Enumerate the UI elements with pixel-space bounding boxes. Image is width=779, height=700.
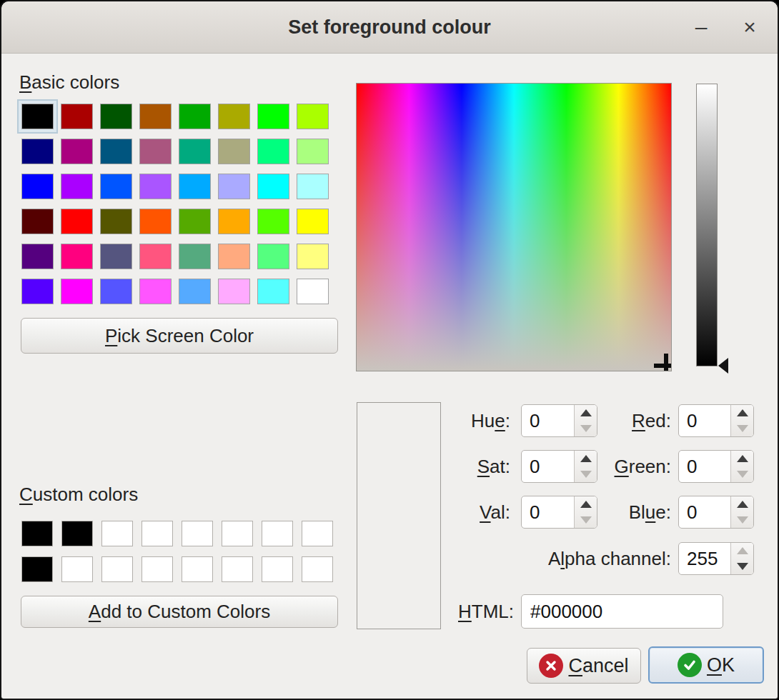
- basic-colors-grid: [21, 104, 329, 304]
- cancel-button[interactable]: Cancel: [527, 648, 641, 684]
- blue-value: 0: [679, 496, 730, 528]
- color-swatch[interactable]: [218, 174, 250, 199]
- color-swatch[interactable]: [218, 104, 250, 129]
- color-swatch[interactable]: [100, 279, 132, 304]
- add-to-custom-colors-label: Add to Custom Colors: [89, 601, 270, 623]
- color-swatch[interactable]: [101, 556, 133, 582]
- ok-button[interactable]: OK: [648, 646, 764, 684]
- color-swatch[interactable]: [257, 104, 289, 129]
- color-swatch[interactable]: [21, 556, 53, 582]
- red-spin-up-icon[interactable]: [731, 405, 753, 421]
- color-swatch[interactable]: [61, 244, 93, 269]
- color-swatch[interactable]: [139, 139, 172, 164]
- color-swatch[interactable]: [100, 244, 132, 269]
- color-swatch[interactable]: [139, 209, 172, 234]
- color-swatch[interactable]: [61, 104, 93, 129]
- color-swatch[interactable]: [21, 209, 54, 234]
- picker-crosshair-icon: [664, 354, 668, 371]
- green-value: 0: [679, 451, 730, 482]
- color-swatch[interactable]: [139, 104, 172, 129]
- color-swatch[interactable]: [297, 279, 329, 304]
- color-swatch[interactable]: [61, 521, 93, 546]
- custom-colors-label: Custom colors: [19, 484, 138, 506]
- blue-spin-up-icon[interactable]: [731, 496, 753, 512]
- color-swatch[interactable]: [179, 279, 211, 304]
- color-swatch[interactable]: [101, 521, 133, 546]
- color-swatch[interactable]: [179, 139, 211, 164]
- color-swatch[interactable]: [100, 139, 132, 164]
- color-swatch[interactable]: [297, 209, 329, 234]
- color-swatch[interactable]: [262, 521, 293, 546]
- add-to-custom-colors-button[interactable]: Add to Custom Colors: [21, 596, 338, 628]
- titlebar[interactable]: Set foreground colour – ×: [1, 1, 778, 54]
- color-swatch[interactable]: [262, 556, 293, 582]
- close-button[interactable]: ×: [738, 13, 762, 41]
- color-swatch[interactable]: [257, 209, 289, 234]
- minimize-button[interactable]: –: [689, 13, 713, 41]
- color-swatch[interactable]: [257, 139, 289, 164]
- alpha-spin-down-icon[interactable]: [731, 559, 753, 574]
- color-swatch[interactable]: [100, 209, 132, 234]
- green-spin-up-icon[interactable]: [731, 451, 753, 466]
- color-swatch[interactable]: [61, 209, 93, 234]
- color-swatch[interactable]: [297, 244, 329, 269]
- color-swatch[interactable]: [297, 139, 329, 164]
- red-spin-down-icon[interactable]: [731, 421, 753, 436]
- color-swatch[interactable]: [61, 174, 93, 199]
- color-swatch[interactable]: [21, 521, 53, 546]
- color-swatch[interactable]: [179, 209, 211, 234]
- color-swatch[interactable]: [139, 244, 172, 269]
- blue-spinbox[interactable]: 0: [678, 496, 754, 529]
- color-swatch[interactable]: [257, 174, 289, 199]
- pick-screen-color-button[interactable]: Pick Screen Color: [21, 318, 338, 354]
- value-slider[interactable]: [696, 84, 718, 366]
- green-spinbox[interactable]: 0: [678, 450, 754, 483]
- blue-label: Blue:: [487, 496, 671, 529]
- red-value: 0: [679, 405, 730, 436]
- color-swatch[interactable]: [182, 556, 213, 582]
- color-swatch[interactable]: [61, 279, 93, 304]
- color-swatch[interactable]: [302, 556, 333, 582]
- hue-saturation-picker[interactable]: [356, 83, 672, 371]
- alpha-spinbox[interactable]: 255: [678, 542, 754, 575]
- color-swatch[interactable]: [21, 244, 54, 269]
- window-title: Set foreground colour: [1, 1, 778, 53]
- check-circle-icon: [678, 653, 702, 677]
- alpha-spin-up-icon[interactable]: [731, 543, 753, 559]
- color-swatch[interactable]: [21, 104, 54, 129]
- color-swatch[interactable]: [179, 174, 211, 199]
- color-swatch[interactable]: [179, 104, 211, 129]
- color-swatch[interactable]: [222, 521, 253, 546]
- color-swatch[interactable]: [21, 174, 54, 199]
- color-swatch[interactable]: [139, 279, 172, 304]
- color-swatch[interactable]: [297, 174, 329, 199]
- red-spinbox[interactable]: 0: [678, 404, 754, 437]
- color-swatch[interactable]: [142, 556, 173, 582]
- color-swatch[interactable]: [21, 279, 54, 304]
- color-swatch[interactable]: [139, 174, 172, 199]
- color-swatch[interactable]: [142, 521, 173, 546]
- color-swatch[interactable]: [218, 209, 250, 234]
- color-swatch[interactable]: [61, 139, 93, 164]
- color-swatch[interactable]: [218, 139, 250, 164]
- color-swatch[interactable]: [257, 244, 289, 269]
- green-spin-down-icon[interactable]: [731, 466, 753, 482]
- color-swatch[interactable]: [182, 521, 213, 546]
- color-swatch[interactable]: [297, 104, 329, 129]
- alpha-value: 255: [679, 543, 730, 574]
- blue-spin-down-icon[interactable]: [731, 512, 753, 528]
- color-swatch[interactable]: [179, 244, 211, 269]
- color-swatch[interactable]: [302, 521, 333, 546]
- color-swatch[interactable]: [21, 139, 54, 164]
- color-swatch[interactable]: [218, 244, 250, 269]
- color-swatch[interactable]: [218, 279, 250, 304]
- html-color-input[interactable]: [521, 594, 723, 629]
- color-swatch[interactable]: [61, 556, 93, 582]
- color-swatch[interactable]: [257, 279, 289, 304]
- color-swatch[interactable]: [100, 174, 132, 199]
- picker-crosshair-icon: [654, 364, 671, 368]
- html-label: HTML:: [430, 595, 514, 628]
- color-swatch[interactable]: [100, 104, 132, 129]
- value-slider-handle-icon[interactable]: [718, 358, 728, 374]
- color-swatch[interactable]: [222, 556, 253, 582]
